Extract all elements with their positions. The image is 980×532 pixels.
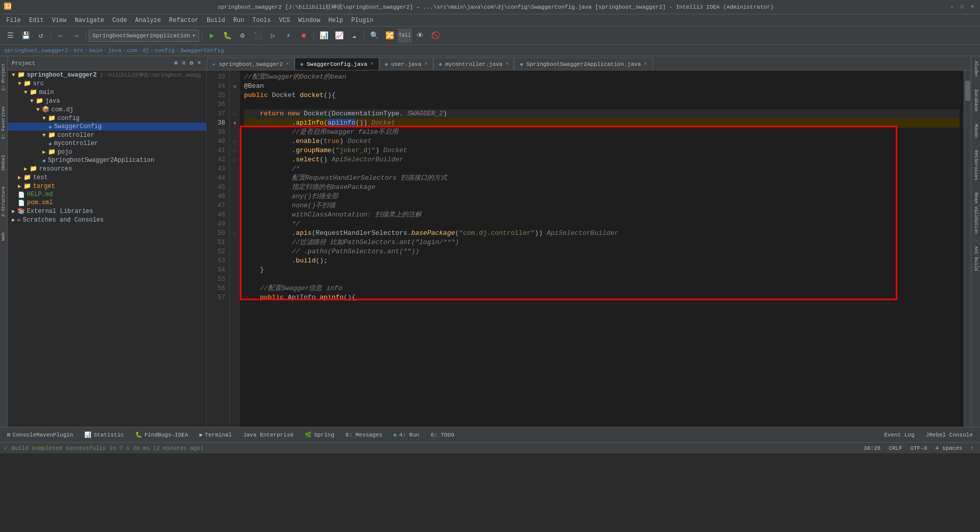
toolbar-tail-btn[interactable]: Tail <box>398 29 412 43</box>
tree-resources[interactable]: ▶ 📁 resources <box>8 164 206 173</box>
bottom-tab-findbugs[interactable]: 🐛 FindBugs-IDEA <box>130 428 193 442</box>
close-button[interactable]: × <box>969 4 976 11</box>
status-encoding[interactable]: UTF-8 <box>909 445 929 451</box>
menu-code[interactable]: Code <box>108 16 131 25</box>
toolbar-deploy-btn[interactable]: ☁ <box>347 29 361 43</box>
tree-mycontroller[interactable]: ◆ mycontroller <box>8 139 206 148</box>
tree-pom-xml[interactable]: 📄 pom.xml <box>8 199 206 207</box>
toolbar-more2[interactable]: ⬛ <box>251 29 265 43</box>
status-indent[interactable]: 4 spaces <box>934 445 965 451</box>
panel-config-btn[interactable]: ≡ <box>181 59 186 68</box>
bottom-tab-console[interactable]: ⊞ ConsoleMavenPlugin <box>2 428 78 442</box>
toolbar-forward-btn[interactable]: → <box>69 29 83 43</box>
toolbar-more1[interactable]: ⚙ <box>235 29 250 43</box>
toolbar-stop-btn[interactable]: ■ <box>297 29 311 43</box>
toolbar-profiler-btn[interactable]: 📈 <box>332 29 346 43</box>
toolbar-save-btn[interactable]: 💾 <box>18 29 33 43</box>
run-btn[interactable]: ▶ <box>205 29 219 43</box>
tree-scratches[interactable]: ▶ ✏️ Scratches and Consoles <box>8 215 206 224</box>
toolbar-vcs-btn[interactable]: 🔀 <box>382 29 397 43</box>
status-git-push[interactable]: ↑ <box>968 445 976 451</box>
bottom-tab-java-enterprise[interactable]: Java Enterprise <box>238 428 299 442</box>
tab-close-user[interactable]: × <box>425 61 428 67</box>
bottom-tab-run[interactable]: ▶ 4: Run <box>388 428 424 442</box>
status-line-ending[interactable]: CRLF <box>887 445 904 451</box>
tab-close-project[interactable]: × <box>286 61 289 67</box>
toolbar-no-btn[interactable]: 🚫 <box>428 29 443 43</box>
right-label-xcoder[interactable]: XCoder <box>973 61 978 77</box>
tree-controller[interactable]: ▼ 📁 controller <box>8 131 206 139</box>
menu-navigate[interactable]: Navigate <box>70 16 108 25</box>
panel-add-btn[interactable]: ⊕ <box>173 58 179 68</box>
bottom-tab-todo[interactable]: 6: TODO <box>426 428 459 442</box>
tree-config[interactable]: ▼ 📁 config <box>8 114 206 123</box>
right-label-retservices[interactable]: RetServices <box>973 150 978 180</box>
tree-target[interactable]: ▶ 📁 target <box>8 182 206 190</box>
panel-gear-btn[interactable]: ⚙ <box>189 58 194 68</box>
breadcrumb-java[interactable]: java <box>108 47 121 54</box>
nav-jrebel-label[interactable]: JRebel <box>1 155 6 171</box>
menu-vcs[interactable]: VCS <box>275 16 295 25</box>
tree-src[interactable]: ▼ 📁 src <box>8 79 206 88</box>
tree-root[interactable]: ▼ 📁 springboot_swagger2 J:\bilibili狂神说\s… <box>8 70 206 79</box>
tab-mycontroller[interactable]: ◆ mycontroller.java × <box>433 58 514 70</box>
breadcrumb-dj[interactable]: dj <box>142 47 149 54</box>
scrollbar-thumb[interactable] <box>965 81 970 101</box>
breadcrumb-config[interactable]: config <box>155 47 175 54</box>
menu-view[interactable]: View <box>48 16 71 25</box>
breadcrumb-swaggerconfig[interactable]: SwaggerConfig <box>180 47 224 54</box>
breadcrumb-main[interactable]: main <box>89 47 102 54</box>
panel-close-btn[interactable]: × <box>197 59 202 68</box>
nav-favorites-label[interactable]: 2: Favorites <box>1 106 6 139</box>
menu-window[interactable]: Window <box>294 16 324 25</box>
nav-project-label[interactable]: 1: Project <box>1 63 6 91</box>
bottom-tab-terminal[interactable]: ▶ Terminal <box>194 428 237 442</box>
toolbar-back-btn[interactable]: ← <box>54 29 68 43</box>
tree-com-dj[interactable]: ▼ 📦 com.dj <box>8 105 206 114</box>
editor-scrollbar[interactable] <box>964 70 971 427</box>
toolbar-eye-btn[interactable]: 👁 <box>413 29 427 43</box>
right-label-database[interactable]: Database <box>973 89 978 111</box>
bottom-tab-jrebel[interactable]: JRebel Console <box>921 428 978 442</box>
tab-swaggerconfig[interactable]: ◆ SwaggerConfig.java × <box>295 58 379 70</box>
code-content[interactable]: //配置Swagger的Docket的bean @Bean public Doc… <box>240 70 964 427</box>
tree-app[interactable]: ◆ SpringbootSwagger2Application <box>8 156 206 164</box>
menu-build[interactable]: Build <box>203 16 229 25</box>
debug-btn[interactable]: 🐛 <box>220 29 234 43</box>
tab-app[interactable]: ◆ SpringbootSwagger2Application.java × <box>514 58 652 70</box>
tree-test[interactable]: ▶ 📁 test <box>8 173 206 182</box>
toolbar-coverage-btn[interactable]: 📊 <box>316 29 331 43</box>
tree-main[interactable]: ▼ 📁 main <box>8 88 206 96</box>
menu-edit[interactable]: Edit <box>25 16 48 25</box>
breadcrumb-src[interactable]: src <box>74 47 84 54</box>
code-editor[interactable]: 33 34 35 36 37 38 39 40 41 42 43 44 45 4… <box>207 70 971 427</box>
toolbar-search-btn[interactable]: 🔍 <box>367 29 381 43</box>
bottom-tab-messages[interactable]: 0: Messages <box>340 428 388 442</box>
menu-help[interactable]: Help <box>324 16 347 25</box>
status-position[interactable]: 38:26 <box>862 445 883 451</box>
tab-close-app[interactable]: × <box>644 61 647 67</box>
menu-run[interactable]: Run <box>229 16 249 25</box>
tab-project[interactable]: ▸ springboot_swagger2 × <box>207 58 295 70</box>
menu-tools[interactable]: Tools <box>249 16 275 25</box>
nav-structure-label[interactable]: Z-Structure <box>1 186 6 216</box>
menu-refactor[interactable]: Refactor <box>165 16 203 25</box>
tab-user[interactable]: ◆ user.java × <box>379 58 433 70</box>
bottom-tab-statistic[interactable]: 📊 Statistic <box>79 428 129 442</box>
run-config-dropdown[interactable]: SpringbootSwagger2Application ▾ <box>89 30 199 42</box>
tab-close-mycontroller[interactable]: × <box>505 61 508 67</box>
minimize-button[interactable]: – <box>948 4 955 11</box>
tree-java[interactable]: ▼ 📁 java <box>8 96 206 105</box>
tree-help-md[interactable]: 📄 HELP.md <box>8 190 206 199</box>
toolbar-more4[interactable]: ⚡ <box>281 29 296 43</box>
menu-analyze[interactable]: Analyze <box>131 16 165 25</box>
toolbar-more3[interactable]: ▷ <box>266 29 280 43</box>
bottom-tab-event-log[interactable]: Event Log <box>879 428 919 442</box>
tree-pojo[interactable]: ▶ 📁 pojo <box>8 148 206 156</box>
tree-swaggerconfig[interactable]: ◆ SwaggerConfig <box>8 123 206 131</box>
menu-plugin[interactable]: Plugin <box>347 16 377 25</box>
right-label-maven[interactable]: Maven <box>973 124 978 138</box>
right-label-bean-validation[interactable]: Bean Validation <box>973 192 978 234</box>
toolbar-sync-btn[interactable]: ↺ <box>34 29 48 43</box>
breadcrumb-com[interactable]: com <box>127 47 137 54</box>
